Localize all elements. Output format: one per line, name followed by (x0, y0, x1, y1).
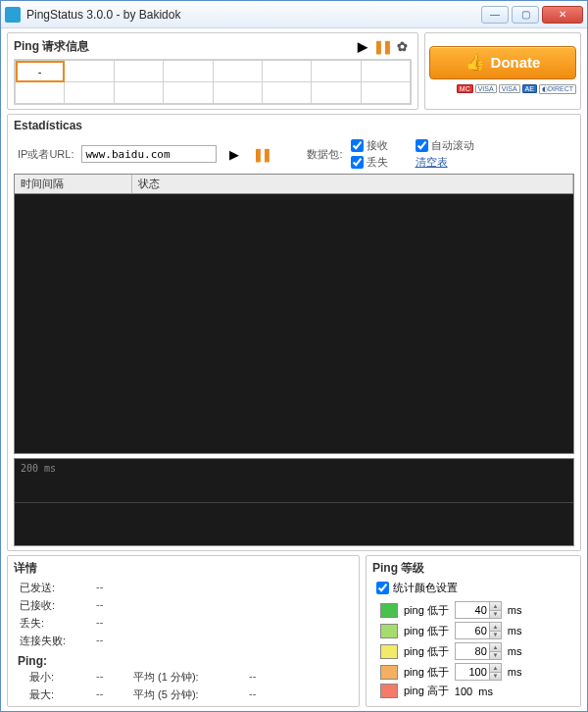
spin-down-icon[interactable]: ▼ (489, 611, 501, 619)
level-unit: ms (508, 666, 522, 678)
grid-cell[interactable] (164, 82, 213, 104)
lost-value: -- (96, 616, 125, 631)
level-text: ping 低于 (404, 644, 449, 659)
grid-cell[interactable] (361, 82, 410, 104)
ping-request-title: Ping 请求信息 (14, 38, 89, 55)
details-grid: 已发送:-- 已接收:-- 丢失:-- 连接失败:-- (14, 581, 353, 648)
url-row: IP或者URL: ▶ ❚❚ 数据包: 接收 丢失 自动滚动 清空表 (18, 138, 574, 170)
details-panel: 详情 已发送:-- 已接收:-- 丢失:-- 连接失败:-- Ping: 最小:… (7, 555, 360, 707)
graph-label: 200 ms (21, 463, 56, 474)
grid-cell[interactable] (262, 61, 311, 82)
close-button[interactable]: ✕ (542, 6, 583, 24)
donate-button[interactable]: 👍 Donate (429, 46, 576, 79)
level-value-input[interactable]: 40▲▼ (455, 601, 502, 619)
window-buttons: — ▢ ✕ (481, 6, 583, 24)
grid-cell[interactable] (312, 61, 361, 82)
level-row: ping 低于60▲▼ms (372, 622, 574, 639)
lost-label: 丢失: (20, 616, 88, 631)
level-row: ping 低于100▲▼ms (372, 663, 574, 681)
pause-icon[interactable]: ❚❚ (372, 37, 392, 55)
client-area: Ping 请求信息 ▶ ❚❚ ✿ - 👍 Donate (1, 28, 587, 711)
titlebar: PingStatus 3.0.0 - by Bakidok — ▢ ✕ (1, 1, 587, 28)
top-section: Ping 请求信息 ▶ ❚❚ ✿ - 👍 Donate (7, 32, 581, 110)
mastercard-icon: MC (457, 84, 473, 93)
ping-section-label: Ping: (18, 654, 353, 668)
fail-value: -- (96, 634, 125, 648)
grid-cell[interactable] (213, 82, 262, 104)
recv-value: -- (96, 598, 125, 613)
recv-checkbox[interactable]: 接收 (351, 138, 388, 153)
level-row: ping 低于80▲▼ms (372, 642, 574, 660)
graph-midline (15, 502, 573, 503)
fail-label: 连接失败: (20, 634, 88, 648)
bottom-row: 详情 已发送:-- 已接收:-- 丢失:-- 连接失败:-- Ping: 最小:… (7, 555, 581, 707)
grid-cell[interactable] (65, 82, 114, 104)
color-swatch (380, 603, 398, 618)
levels-panel: Ping 等级 统计颜色设置 ping 低于40▲▼msping 低于60▲▼m… (366, 555, 581, 707)
levels-title: Ping 等级 (372, 560, 574, 577)
spin-up-icon[interactable]: ▲ (489, 643, 501, 652)
pause-icon[interactable]: ❚❚ (252, 145, 271, 163)
ping-request-header: Ping 请求信息 ▶ ❚❚ ✿ (14, 37, 412, 55)
sent-label: 已发送: (20, 581, 88, 595)
details-title: 详情 (14, 560, 353, 577)
level-text: ping 低于 (404, 665, 449, 680)
levels-list: ping 低于40▲▼msping 低于60▲▼msping 低于80▲▼msp… (372, 601, 574, 698)
grid-cell[interactable] (114, 82, 163, 104)
max-value: -- (96, 687, 125, 702)
col-status[interactable]: 状态 (132, 175, 573, 193)
autoscroll-checkbox[interactable]: 自动滚动 (416, 138, 474, 153)
minimize-button[interactable]: — (481, 6, 509, 24)
max-label: 最大: (20, 687, 88, 702)
grid-cell[interactable] (16, 82, 65, 104)
level-text: ping 低于 (404, 624, 449, 638)
play-icon[interactable]: ▶ (224, 145, 244, 163)
right-checks: 自动滚动 清空表 (416, 138, 474, 170)
sent-value: -- (96, 581, 125, 595)
spin-up-icon[interactable]: ▲ (489, 602, 501, 611)
level-value-input[interactable]: 60▲▼ (455, 622, 502, 639)
color-swatch (380, 624, 398, 638)
color-stats-checkbox[interactable]: 统计颜色设置 (376, 581, 574, 595)
log-table-header: 时间间隔 状态 (15, 175, 573, 194)
color-swatch (380, 665, 398, 680)
maximize-button[interactable]: ▢ (512, 6, 539, 24)
level-value-input[interactable]: 100▲▼ (455, 663, 502, 681)
level-text: ping 低于 (404, 603, 449, 618)
play-icon[interactable]: ▶ (353, 37, 372, 55)
grid-cell[interactable] (312, 82, 361, 104)
lost-checkbox[interactable]: 丢失 (351, 155, 388, 170)
level-row: ping 低于40▲▼ms (372, 601, 574, 619)
url-input[interactable] (81, 145, 217, 163)
grid-cell[interactable] (213, 61, 262, 82)
payment-logos: MC VISA VISA AE ◐DIRECT (429, 81, 576, 97)
url-label: IP或者URL: (18, 147, 74, 162)
avg1-label: 平均 (1 分钟): (133, 670, 241, 685)
request-grid: - (14, 59, 412, 105)
grid-cell[interactable] (65, 61, 114, 82)
grid-cell[interactable] (262, 82, 311, 104)
clear-table-link[interactable]: 清空表 (416, 155, 474, 170)
gear-icon[interactable]: ✿ (392, 37, 412, 55)
app-window: PingStatus 3.0.0 - by Bakidok — ▢ ✕ Ping… (0, 0, 588, 712)
grid-cell[interactable] (114, 61, 163, 82)
thumbs-up-icon: 👍 (466, 53, 485, 72)
donate-panel: 👍 Donate MC VISA VISA AE ◐DIRECT (424, 32, 581, 110)
min-label: 最小: (20, 670, 88, 685)
grid-cell[interactable] (164, 61, 213, 82)
col-time[interactable]: 时间间隔 (15, 175, 132, 193)
level-row: ping 高于100ms (372, 684, 574, 698)
level-value-input[interactable]: 80▲▼ (455, 642, 502, 660)
log-table-body[interactable] (15, 194, 573, 453)
grid-cell[interactable] (361, 61, 410, 82)
visa-icon: VISA (499, 84, 520, 93)
spin-up-icon[interactable]: ▲ (489, 664, 501, 673)
spin-down-icon[interactable]: ▼ (489, 632, 501, 639)
ping-details-grid: 最小:-- 平均 (1 分钟):-- 最大:-- 平均 (5 分钟):-- (14, 670, 353, 702)
spin-up-icon[interactable]: ▲ (489, 623, 501, 632)
spin-down-icon[interactable]: ▼ (489, 652, 501, 660)
direct-debit-icon: ◐DIRECT (539, 84, 576, 94)
grid-cell-selected[interactable]: - (16, 61, 65, 82)
spin-down-icon[interactable]: ▼ (489, 673, 501, 681)
stats-panel: Estadísticas IP或者URL: ▶ ❚❚ 数据包: 接收 丢失 自动… (7, 114, 581, 551)
